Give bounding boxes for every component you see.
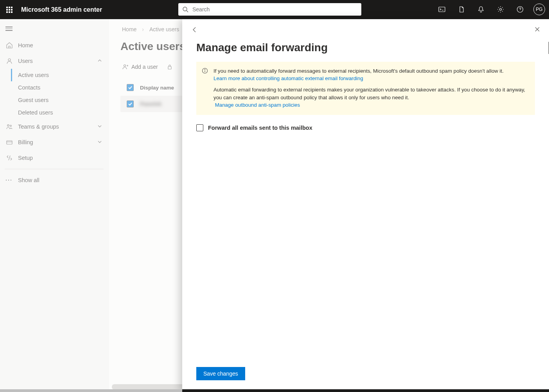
close-button[interactable]	[534, 26, 540, 34]
nav-label: Home	[18, 42, 33, 48]
panel-body: If you need to automatically forward mes…	[182, 62, 549, 360]
nav-item-teams[interactable]: Teams & groups	[0, 119, 108, 134]
notifications-button[interactable]	[475, 3, 487, 16]
bottom-edge-left	[0, 389, 182, 392]
nav-item-billing[interactable]: Billing	[0, 134, 108, 150]
waffle-icon	[6, 7, 13, 13]
ellipsis-icon: ···	[5, 177, 13, 183]
svg-rect-8	[7, 141, 12, 144]
app-launcher-button[interactable]	[0, 0, 19, 19]
arrow-left-icon	[191, 26, 198, 33]
checkmark-icon	[128, 85, 133, 90]
nav-item-setup[interactable]: Setup	[0, 150, 108, 166]
top-right-icons: PG	[436, 0, 545, 19]
nav-label: Contacts	[18, 84, 40, 91]
search-input[interactable]	[192, 6, 357, 13]
search-icon	[182, 6, 188, 13]
toolbar-label: Add a user	[131, 64, 158, 70]
teams-icon	[5, 123, 13, 131]
forward-option-row: Forward all emails sent to this mailbox	[196, 124, 535, 131]
panel-footer: Save changes	[182, 360, 549, 392]
nav-label: Teams & groups	[18, 124, 59, 130]
users-icon	[5, 57, 13, 65]
column-header-display-name[interactable]: Display name	[140, 85, 174, 91]
nav-collapse-button[interactable]	[0, 23, 108, 38]
add-user-button[interactable]: Add a user	[122, 64, 158, 70]
info-icon	[202, 68, 208, 109]
svg-rect-2	[439, 7, 445, 12]
panel-header	[182, 19, 549, 42]
settings-button[interactable]	[494, 3, 507, 16]
svg-point-7	[10, 125, 12, 127]
flyout-panel: Manage email forwarding If you need to a…	[182, 19, 549, 392]
shell-icon-2[interactable]	[455, 3, 468, 16]
terminal-icon	[438, 6, 445, 13]
close-icon	[534, 26, 540, 32]
nav-label: Show all	[18, 177, 39, 183]
nav-label: Setup	[18, 155, 33, 161]
chevron-right-icon: ›	[142, 26, 144, 32]
toolbar-secondary[interactable]	[167, 64, 173, 70]
info-banner-text: If you need to automatically forward mes…	[214, 67, 528, 109]
svg-point-0	[183, 7, 187, 11]
checkmark-icon	[128, 102, 133, 106]
banner-link-manage-policies[interactable]: Manage outbound anti-spam policies	[215, 102, 300, 108]
svg-point-5	[8, 59, 11, 61]
svg-point-3	[500, 9, 502, 11]
row-checkbox[interactable]	[127, 100, 134, 107]
banner-paragraph-1: If you need to automatically forward mes…	[214, 68, 504, 74]
document-icon	[458, 6, 465, 13]
forward-checkbox[interactable]	[196, 124, 203, 131]
banner-link-learn-more[interactable]: Learn more about controlling automatic e…	[214, 75, 363, 81]
chevron-up-icon	[97, 58, 102, 64]
bell-icon	[477, 6, 484, 13]
chevron-down-icon	[97, 124, 102, 130]
nav-sub-contacts[interactable]: Contacts	[0, 81, 108, 94]
nav-sub-active-users[interactable]: Active users	[11, 69, 108, 81]
app-title: Microsoft 365 admin center	[21, 6, 102, 13]
breadcrumb-active-users[interactable]: Active users	[149, 26, 179, 32]
chevron-down-icon	[97, 139, 102, 145]
help-icon	[517, 6, 524, 13]
nav-label: Active users	[18, 72, 49, 78]
panel-title: Manage email forwarding	[196, 42, 549, 54]
left-nav: Home Users Active users Contacts Guest u…	[0, 19, 109, 392]
nav-sub-deleted-users[interactable]: Deleted users	[0, 106, 108, 119]
top-bar: Microsoft 365 admin center PG	[0, 0, 549, 19]
nav-item-home[interactable]: Home	[0, 38, 108, 53]
svg-point-6	[7, 125, 9, 126]
info-banner: If you need to automatically forward mes…	[196, 62, 535, 115]
nav-label: Billing	[18, 139, 33, 145]
select-all-checkbox[interactable]	[127, 84, 134, 91]
nav-item-users[interactable]: Users	[0, 53, 108, 69]
back-button[interactable]	[191, 26, 198, 34]
forward-checkbox-label: Forward all emails sent to this mailbox	[208, 125, 312, 131]
nav-show-all[interactable]: ··· Show all	[0, 172, 108, 188]
user-display-name: Pawelek	[140, 101, 161, 107]
svg-point-10	[124, 65, 126, 67]
table-row[interactable]: Pawelek	[120, 96, 183, 112]
banner-paragraph-2: Automatic email forwarding to external r…	[214, 87, 525, 100]
lock-icon	[167, 64, 173, 70]
setup-icon	[5, 154, 13, 162]
shell-icon-1[interactable]	[436, 3, 448, 16]
help-button[interactable]	[514, 3, 526, 16]
nav-label: Guest users	[18, 97, 48, 103]
nav-label: Users	[18, 58, 33, 64]
svg-rect-11	[168, 66, 171, 69]
gear-icon	[497, 6, 504, 13]
svg-line-1	[187, 11, 188, 12]
billing-icon	[5, 138, 13, 146]
nav-sub-guest-users[interactable]: Guest users	[0, 94, 108, 106]
add-user-icon	[122, 64, 128, 70]
account-avatar[interactable]: PG	[533, 4, 545, 15]
home-icon	[5, 41, 13, 49]
search-box[interactable]	[178, 3, 361, 16]
svg-point-14	[205, 69, 205, 70]
save-changes-button[interactable]: Save changes	[196, 367, 245, 380]
nav-label: Deleted users	[18, 109, 53, 116]
nav-divider	[5, 169, 104, 169]
hamburger-icon	[5, 25, 13, 31]
breadcrumb-home[interactable]: Home	[122, 26, 136, 32]
